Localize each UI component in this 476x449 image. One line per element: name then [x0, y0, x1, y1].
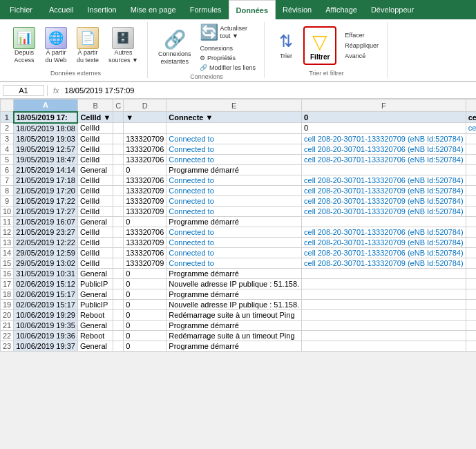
- cell-r14-c4[interactable]: Connected to: [166, 247, 302, 258]
- cell-r18-c3[interactable]: 0: [124, 289, 166, 299]
- cell-r12-c3[interactable]: 133320706: [124, 227, 166, 237]
- cell-r8-c4[interactable]: Connected to: [166, 185, 302, 195]
- cell-reference[interactable]: [3, 85, 44, 96]
- cell-r9-c0[interactable]: 21/05/2019 17:22: [14, 195, 78, 206]
- col-header-f[interactable]: F: [302, 99, 466, 112]
- cell-r11-c0[interactable]: 21/05/2019 16:07: [14, 216, 78, 227]
- tab-mise-en-page[interactable]: Mise en page: [124, 0, 183, 19]
- cell-r8-c2[interactable]: [113, 185, 124, 195]
- cell-r3-c4[interactable]: Connected to: [166, 133, 302, 144]
- cell-r9-c2[interactable]: [113, 195, 124, 206]
- cell-r7-c2[interactable]: [113, 175, 124, 185]
- cell-r10-c0[interactable]: 21/05/2019 17:27: [14, 206, 78, 216]
- cell-r23-c6[interactable]: [466, 341, 476, 351]
- cell-r12-c4[interactable]: Connected to: [166, 227, 302, 237]
- cell-r14-c3[interactable]: 133320706: [124, 247, 166, 258]
- cell-r8-c1[interactable]: CellId: [77, 185, 113, 195]
- cell-r19-c5[interactable]: [302, 299, 466, 309]
- cell-r3-c1[interactable]: CellId: [77, 133, 113, 144]
- cell-r18-c4[interactable]: Programme démarré: [166, 289, 302, 299]
- cell-r20-c4[interactable]: Redémarrage suite à un timeout Ping: [166, 309, 302, 320]
- cell-r13-c2[interactable]: [113, 237, 124, 247]
- effacer-button[interactable]: Effacer: [342, 31, 381, 39]
- actualiser-tout-button[interactable]: 🔄 Actualisertout ▼: [197, 22, 251, 43]
- formula-input[interactable]: [65, 86, 473, 95]
- depuis-access-button[interactable]: 📊 DepuisAccess: [10, 25, 39, 66]
- cell-r8-c6[interactable]: [466, 185, 476, 195]
- cell-r11-c5[interactable]: [302, 216, 466, 227]
- cell-r17-c3[interactable]: 0: [124, 278, 166, 289]
- cell-r6-c2[interactable]: [113, 164, 124, 175]
- cell-r10-c6[interactable]: [466, 206, 476, 216]
- cell-r21-c0[interactable]: 10/06/2019 19:35: [14, 320, 78, 330]
- cell-r10-c2[interactable]: [113, 206, 124, 216]
- cell-r17-c6[interactable]: [466, 278, 476, 289]
- cell-r16-c4[interactable]: Programme démarré: [166, 268, 302, 278]
- cell-r5-c6[interactable]: [466, 154, 476, 164]
- cell-r13-c3[interactable]: 133320709: [124, 237, 166, 247]
- tab-donnees[interactable]: Données: [229, 0, 276, 19]
- cell-r9-c6[interactable]: [466, 195, 476, 206]
- cell-r15-c6[interactable]: [466, 258, 476, 268]
- autres-sources-button[interactable]: 🗄️ Autressources ▼: [105, 25, 142, 66]
- cell-r2-c0[interactable]: 18/05/2019 18:08: [14, 123, 78, 134]
- cell-r15-c1[interactable]: CellId: [77, 258, 113, 268]
- cell-r15-c4[interactable]: Connected to: [166, 258, 302, 268]
- cell-r16-c0[interactable]: 31/05/2019 10:31: [14, 268, 78, 278]
- cell-r21-c2[interactable]: [113, 320, 124, 330]
- cell-r21-c3[interactable]: 0: [124, 320, 166, 330]
- tab-developpeur[interactable]: Développeur: [364, 0, 421, 19]
- modifier-liens-link[interactable]: 🔗 Modifier les liens: [197, 64, 258, 72]
- cell-r20-c0[interactable]: 10/06/2019 19:29: [14, 309, 78, 320]
- col-header-d[interactable]: D: [124, 99, 166, 112]
- cell-r8-c0[interactable]: 21/05/2019 17:20: [14, 185, 78, 195]
- cell-r11-c1[interactable]: General: [77, 216, 113, 227]
- cell-r4-c6[interactable]: [466, 144, 476, 154]
- cell-r19-c6[interactable]: [466, 299, 476, 309]
- cell-r23-c3[interactable]: 0: [124, 341, 166, 351]
- cell-r16-c3[interactable]: 0: [124, 268, 166, 278]
- depuis-texte-button[interactable]: 📄 À partirdu texte: [73, 25, 102, 66]
- spreadsheet[interactable]: A B C D E F G H 118/05/2019 17:CellId ▼ …: [0, 99, 476, 449]
- cell-r18-c5[interactable]: [302, 289, 466, 299]
- cell-r23-c5[interactable]: [302, 341, 466, 351]
- cell-r20-c1[interactable]: Reboot: [77, 309, 113, 320]
- cell-r22-c5[interactable]: [302, 330, 466, 341]
- cell-r4-c5[interactable]: cell 208-20-30701-133320706 (eNB Id:5207…: [302, 144, 466, 154]
- cell-r9-c1[interactable]: CellId: [77, 195, 113, 206]
- cell-r21-c6[interactable]: [466, 320, 476, 330]
- cell-r14-c1[interactable]: CellId: [77, 247, 113, 258]
- tab-revision[interactable]: Révision: [276, 0, 318, 19]
- cell-r19-c2[interactable]: [113, 299, 124, 309]
- cell-r23-c4[interactable]: Programme démarré: [166, 341, 302, 351]
- cell-r9-c4[interactable]: Connected to: [166, 195, 302, 206]
- cell-r10-c1[interactable]: CellId: [77, 206, 113, 216]
- cell-r11-c6[interactable]: [466, 216, 476, 227]
- cell-r4-c3[interactable]: 133320706: [124, 144, 166, 154]
- cell-r7-c6[interactable]: [466, 175, 476, 185]
- cell-r18-c6[interactable]: [466, 289, 476, 299]
- cell-r13-c6[interactable]: [466, 237, 476, 247]
- cell-r17-c5[interactable]: [302, 278, 466, 289]
- cell-r18-c1[interactable]: General: [77, 289, 113, 299]
- reappliquer-button[interactable]: Réappliquer: [342, 41, 381, 50]
- cell-r3-c2[interactable]: [113, 133, 124, 144]
- avance-button[interactable]: Avancé: [342, 52, 381, 60]
- cell-r5-c4[interactable]: Connected to: [166, 154, 302, 164]
- cell-r10-c4[interactable]: Connected to: [166, 206, 302, 216]
- col-header-b[interactable]: B: [77, 99, 113, 112]
- tab-accueil[interactable]: Accueil: [42, 0, 80, 19]
- cell-r7-c5[interactable]: cell 208-20-30701-133320706 (eNB Id:5207…: [302, 175, 466, 185]
- cell-r5-c1[interactable]: CellId: [77, 154, 113, 164]
- cell-r22-c0[interactable]: 10/06/2019 19:36: [14, 330, 78, 341]
- cell-r19-c1[interactable]: PublicIP: [77, 299, 113, 309]
- cell-r18-c0[interactable]: 02/06/2019 15:17: [14, 289, 78, 299]
- col-header-a[interactable]: A: [14, 99, 78, 112]
- cell-r15-c2[interactable]: [113, 258, 124, 268]
- cell-r16-c6[interactable]: [466, 268, 476, 278]
- cell-r6-c4[interactable]: Programme démarré: [166, 164, 302, 175]
- cell-r4-c4[interactable]: Connected to: [166, 144, 302, 154]
- connexions-existantes-button[interactable]: 🔗 Connexionsexistantes: [155, 26, 195, 68]
- col-header-c[interactable]: C: [113, 99, 124, 112]
- col-header-e[interactable]: E: [166, 99, 302, 112]
